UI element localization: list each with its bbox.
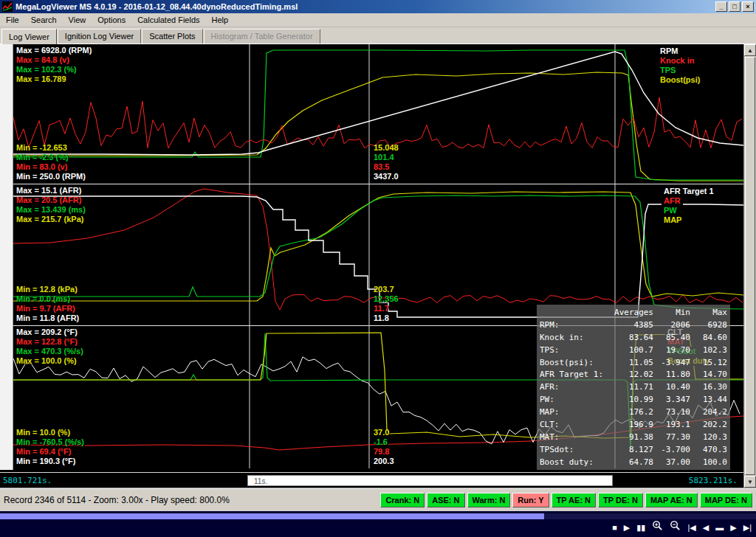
cursor-values-1: -1.6 [374, 437, 394, 447]
skip-end-button[interactable]: ▶| [743, 522, 752, 533]
tab-histogram-table-generator[interactable]: Histogram / Table Generator [204, 29, 320, 44]
step-back-button[interactable]: ◀ [703, 522, 709, 533]
zoom-out-button[interactable] [670, 520, 681, 534]
stats-row-label: Knock in: [540, 333, 614, 342]
skip-start-button[interactable]: |◀ [687, 522, 695, 533]
stats-cell-min: -3.947 [653, 358, 690, 367]
cursor-values-2: 11.7 [374, 304, 399, 313]
min-labels-3: Min = 190.3 (°F) [16, 457, 84, 466]
stats-cell-min: 193.1 [653, 420, 690, 429]
stats-cell-avg: 8.127 [614, 445, 653, 454]
stop-icon: ■ [612, 522, 617, 533]
legend: RPMKnock inTPSBoost(psi) [658, 46, 702, 85]
min-labels-2: Min = 9.7 (AFR) [16, 304, 79, 313]
cursor-values-0: 37.0 [374, 428, 394, 437]
stats-cell-avg: 176.2 [614, 407, 653, 417]
chart-panel-rpm[interactable]: Max = 6928.0 (RPM)Max = 84.8 (v)Max = 10… [13, 44, 743, 184]
tab-ignition-log-viewer[interactable]: Ignition Log Viewer [58, 29, 141, 44]
stats-cell-min: -3.700 [653, 445, 690, 454]
tab-bar: Log ViewerIgnition Log ViewerScatter Plo… [0, 27, 756, 44]
timeline-start-label: 5801.721s. [3, 476, 52, 485]
stats-cell-max: 13.44 [690, 395, 727, 404]
range-button[interactable]: ▬ [715, 522, 724, 533]
record-info: Record 2346 of 5114 - Zoom: 3.00x - Play… [4, 495, 230, 505]
timeline-end-label: 5823.211s. [689, 476, 738, 485]
status-badge-warm-n: Warm: N [467, 493, 511, 507]
max-labels-1: Max = 84.8 (v) [16, 55, 92, 65]
max-labels-3: Max = 16.789 [16, 75, 92, 84]
vertical-scrollbar[interactable]: ▲ ▼ [743, 44, 756, 488]
stats-header-averages: Averages [614, 308, 653, 317]
max-labels-0: Max = 209.2 (°F) [16, 328, 83, 337]
cursor-values: 203.712.35611.711.8 [374, 285, 399, 323]
zoom-in-button[interactable] [652, 520, 663, 534]
stats-row-boost-psi: Boost(psi):11.05-3.94715.12 [540, 356, 727, 369]
step-back-icon: ◀ [703, 522, 709, 533]
cursor-values-2: 83.5 [374, 162, 399, 172]
stats-row-afr-target-1: AFR Target 1:12.0211.8014.70 [540, 368, 727, 381]
status-badge-map-de-n: MAP DE: N [700, 493, 752, 507]
play-button[interactable]: ▶ [624, 522, 630, 533]
stats-cell-max: 204.2 [690, 407, 727, 417]
skip-start-icon: |◀ [687, 522, 695, 533]
stats-row-pw: PW:10.993.34713.44 [540, 393, 727, 406]
min-labels-1: Min = 0.0 (ms) [16, 294, 79, 304]
stats-row-label: RPM: [540, 320, 614, 330]
legend-3: Boost(psi) [658, 75, 702, 85]
stats-row-label: CLT: [540, 420, 614, 429]
tab-scatter-plots[interactable]: Scatter Plots [142, 29, 202, 44]
stats-cell-max: 102.3 [690, 345, 727, 355]
scroll-up-icon[interactable]: ▲ [744, 44, 756, 56]
magnifier-minus-icon [670, 520, 681, 534]
stop-button[interactable]: ■ [612, 522, 617, 533]
menu-bar: FileSearchViewOptionsCalculated FieldsHe… [0, 13, 756, 27]
menu-item-options[interactable]: Options [92, 14, 131, 26]
menu-item-view[interactable]: View [63, 14, 92, 26]
stats-row-label: AFR: [540, 382, 614, 392]
cursor-values-1: 101.4 [374, 153, 399, 162]
menu-item-calculated-fields[interactable]: Calculated Fields [131, 14, 205, 26]
stats-cell-min: 77.30 [653, 432, 690, 442]
stats-cell-avg: 11.71 [614, 382, 653, 392]
stats-row-clt: CLT:196.9193.1202.2 [540, 418, 727, 431]
stats-cell-avg: 196.9 [614, 420, 653, 429]
pause-button[interactable]: ▮▮ [636, 522, 645, 533]
max-labels-3: Max = 215.7 (kPa) [16, 215, 86, 224]
max-labels-2: Max = 102.3 (%) [16, 65, 92, 75]
vertical-scroll-thumb[interactable] [745, 57, 755, 475]
stats-row-map: MAP:176.273.10204.2 [540, 406, 727, 418]
window-title: MegaLogViewer MS 4.0.19 - 2016-01-12_08.… [16, 2, 715, 11]
step-forward-button[interactable]: ▶ [730, 522, 736, 533]
play-icon: ▶ [624, 522, 630, 533]
stats-cell-min: 3.347 [653, 395, 690, 404]
stats-cell-max: 100.0 [690, 457, 727, 467]
pause-icon: ▮▮ [636, 522, 645, 533]
stats-row-afr: AFR:11.7110.4016.30 [540, 381, 727, 393]
window-controls: _ □ × [715, 1, 754, 12]
minimize-button[interactable]: _ [715, 1, 727, 12]
tab-log-viewer[interactable]: Log Viewer [1, 29, 57, 44]
stats-overlay: AveragesMinMaxRPM:438520066928Knock in:8… [537, 305, 730, 470]
app-window: MegaLogViewer MS 4.0.19 - 2016-01-12_08.… [0, 0, 756, 537]
max-labels: Max = 209.2 (°F)Max = 122.8 (°F)Max = 47… [16, 328, 83, 366]
menu-item-help[interactable]: Help [206, 14, 235, 26]
timeline-scrollbar[interactable]: 5801.721s. 11s. 5823.211s. [0, 472, 743, 488]
min-labels-1: Min = -760.5 (%/s) [16, 437, 84, 447]
max-labels-1: Max = 122.8 (°F) [16, 337, 83, 347]
scroll-down-icon[interactable]: ▼ [744, 476, 756, 488]
min-labels-2: Min = 69.4 (°F) [16, 447, 84, 457]
menu-item-file[interactable]: File [0, 14, 25, 26]
min-labels-3: Min = 250.0 (RPM) [16, 172, 86, 181]
playback-progress-track[interactable] [0, 513, 756, 519]
cursor-values-3: 11.8 [374, 313, 399, 323]
status-badge-tp-de-n: TP DE: N [598, 493, 643, 507]
max-labels: Max = 15.1 (AFR)Max = 20.5 (AFR)Max = 13… [16, 186, 86, 224]
timeline-thumb[interactable]: 11s. [247, 475, 613, 486]
cursor-values-1: 12.356 [374, 294, 399, 304]
stats-cell-avg: 4385 [614, 320, 653, 330]
min-labels-3: Min = 11.8 (AFR) [16, 313, 79, 323]
maximize-button[interactable]: □ [729, 1, 740, 12]
max-labels: Max = 6928.0 (RPM)Max = 84.8 (v)Max = 10… [16, 46, 92, 84]
menu-item-search[interactable]: Search [25, 14, 63, 26]
close-button[interactable]: × [742, 1, 754, 12]
